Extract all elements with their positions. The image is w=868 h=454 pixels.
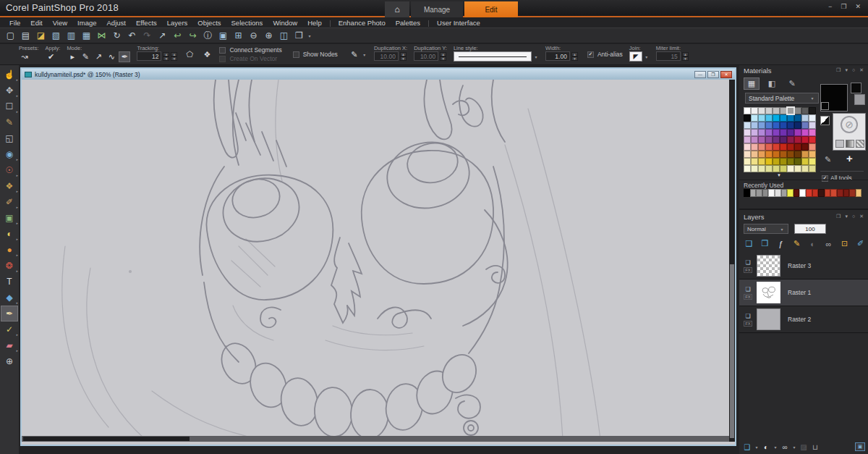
fit-window-icon[interactable]: ⊞ xyxy=(231,29,246,42)
miter-limit-input[interactable]: 15 xyxy=(656,51,681,61)
color-swatch[interactable] xyxy=(750,189,757,197)
new-image-icon[interactable]: ▢ xyxy=(3,29,18,42)
color-swatch[interactable] xyxy=(773,136,780,143)
menu-item-view[interactable]: View xyxy=(48,19,72,28)
layer-row[interactable]: ❏ FX Raster 3 xyxy=(739,253,868,279)
color-swatch[interactable] xyxy=(780,136,787,143)
color-swatch[interactable] xyxy=(765,143,773,151)
all-tools-checkbox[interactable]: ✓ xyxy=(822,175,828,182)
menu-item-file[interactable]: File xyxy=(4,19,25,28)
tab-manage[interactable]: Manage xyxy=(411,1,463,17)
color-swatch[interactable] xyxy=(780,107,787,114)
color-swatch[interactable] xyxy=(756,189,762,197)
transparent-icon[interactable]: ⊘ xyxy=(841,116,858,133)
layer-fx-icon[interactable]: FX xyxy=(744,294,752,300)
color-swatch[interactable] xyxy=(744,189,750,197)
new-window-icon[interactable]: ◫ xyxy=(276,29,292,42)
text-tool[interactable]: T xyxy=(1,274,18,290)
pattern-style-button[interactable] xyxy=(856,140,864,148)
dropdown-caret-icon[interactable]: ▾ xyxy=(644,54,650,59)
selection-tool[interactable]: ☐▸ xyxy=(1,98,18,114)
color-swatch[interactable] xyxy=(751,143,758,151)
duplication-x-spinner[interactable]: ▲▼ xyxy=(400,52,407,61)
color-swatch[interactable] xyxy=(794,122,801,129)
duplication-y-input[interactable]: 10.00 xyxy=(414,51,438,61)
close-button[interactable]: ✕ xyxy=(855,3,861,10)
color-swatch[interactable] xyxy=(744,107,751,114)
color-swatch[interactable] xyxy=(765,158,773,165)
layer-name[interactable]: Raster 1 xyxy=(788,289,811,296)
color-swatch[interactable] xyxy=(758,158,765,165)
color-swatch[interactable] xyxy=(775,189,781,197)
color-swatch[interactable] xyxy=(780,143,787,151)
menu-item-user-interface[interactable]: User Interface xyxy=(432,19,485,28)
mode-edit-icon[interactable]: ▸ xyxy=(67,51,78,62)
panel-close-icon[interactable]: ✕ xyxy=(859,214,864,219)
color-swatch[interactable] xyxy=(787,136,794,143)
color-swatch[interactable] xyxy=(787,107,794,114)
restore-button[interactable]: ❐ xyxy=(841,3,846,10)
new-mask-icon[interactable]: ◐ xyxy=(761,442,771,452)
color-swatch[interactable] xyxy=(773,158,780,165)
color-swatch[interactable] xyxy=(751,114,758,122)
color-swatch[interactable] xyxy=(780,122,787,129)
panel-frame-icon[interactable]: ❐ xyxy=(836,214,841,219)
layer-row[interactable]: ❏ FX Raster 2 xyxy=(739,306,868,333)
layer-fx-icon[interactable]: FX xyxy=(744,267,752,273)
duplication-x-input[interactable]: 10.00 xyxy=(374,51,399,61)
color-swatch[interactable] xyxy=(787,122,794,129)
color-swatch[interactable] xyxy=(765,122,773,129)
color-swatch[interactable] xyxy=(787,129,794,136)
tracking-spinner2[interactable]: ▲▼ xyxy=(171,52,177,61)
lock-transparency-icon[interactable]: ⊡ xyxy=(839,238,850,249)
add-swatch-button[interactable]: + xyxy=(846,152,853,164)
red-eye-tool[interactable]: ☉▸ xyxy=(1,162,18,178)
color-swatch[interactable] xyxy=(818,189,825,197)
save-as-icon[interactable]: ▦ xyxy=(79,29,94,42)
mixer-tab-icon[interactable]: ✎ xyxy=(784,77,800,90)
undo-history-icon[interactable]: ↶ xyxy=(124,29,140,42)
width-input[interactable]: 1.00 xyxy=(545,51,570,61)
color-swatch[interactable] xyxy=(794,107,801,114)
tab-edit[interactable]: Edit xyxy=(464,1,518,17)
color-swatch[interactable] xyxy=(751,151,758,158)
color-swatch[interactable] xyxy=(744,136,751,143)
pen-style-dropdown[interactable]: ✎ xyxy=(349,49,360,60)
menu-item-window[interactable]: Window xyxy=(268,19,302,28)
color-swatch[interactable] xyxy=(780,165,787,172)
paint-brush-tool[interactable]: ✐▸ xyxy=(1,194,18,210)
color-swatch[interactable] xyxy=(794,129,801,136)
dropdown-caret-icon[interactable]: ▾ xyxy=(362,52,367,57)
show-nodes-checkbox[interactable] xyxy=(293,51,299,58)
color-style-button[interactable] xyxy=(835,140,844,148)
miter-limit-spinner[interactable]: ▲▼ xyxy=(682,52,689,61)
color-swatch[interactable] xyxy=(794,158,801,165)
layer-thumbnail[interactable] xyxy=(757,255,780,277)
zoom-out-icon[interactable]: ⊖ xyxy=(246,29,261,42)
color-swatch[interactable] xyxy=(758,122,765,129)
panel-menu-icon[interactable]: ▾ xyxy=(845,67,848,73)
layer-name[interactable]: Raster 3 xyxy=(788,262,811,269)
color-swatch[interactable] xyxy=(773,129,780,136)
layer-visibility-icon[interactable]: ❏ xyxy=(745,313,750,319)
color-swatch[interactable] xyxy=(765,129,773,136)
color-swatch[interactable] xyxy=(799,189,806,197)
info-icon[interactable]: ⓘ xyxy=(200,29,216,42)
panel-pin-icon[interactable]: ○ xyxy=(852,67,855,73)
color-swatch[interactable] xyxy=(758,136,765,143)
color-swatch[interactable] xyxy=(765,151,773,158)
layer-styles-icon[interactable]: ƒ xyxy=(775,238,786,249)
layer-visibility-icon[interactable]: ❏ xyxy=(745,259,750,266)
panel-close-icon[interactable]: ✕ xyxy=(859,67,864,73)
dropdown-caret-icon[interactable]: ▾ xyxy=(773,445,778,450)
color-swatch[interactable] xyxy=(758,107,765,114)
apply-button[interactable]: ✔ xyxy=(46,51,57,62)
document-titlebar[interactable]: kulldynamiteil.psd* @ 150% (Raster 3) — … xyxy=(22,69,735,80)
color-swatch[interactable] xyxy=(809,136,816,143)
color-swatch[interactable] xyxy=(809,114,816,122)
vertical-scroll-thumb[interactable] xyxy=(730,264,734,438)
color-swatch[interactable] xyxy=(758,143,765,151)
color-swatch[interactable] xyxy=(751,122,758,129)
dropdown-caret-icon[interactable]: ▾ xyxy=(307,33,312,38)
color-swatch[interactable] xyxy=(773,114,780,122)
